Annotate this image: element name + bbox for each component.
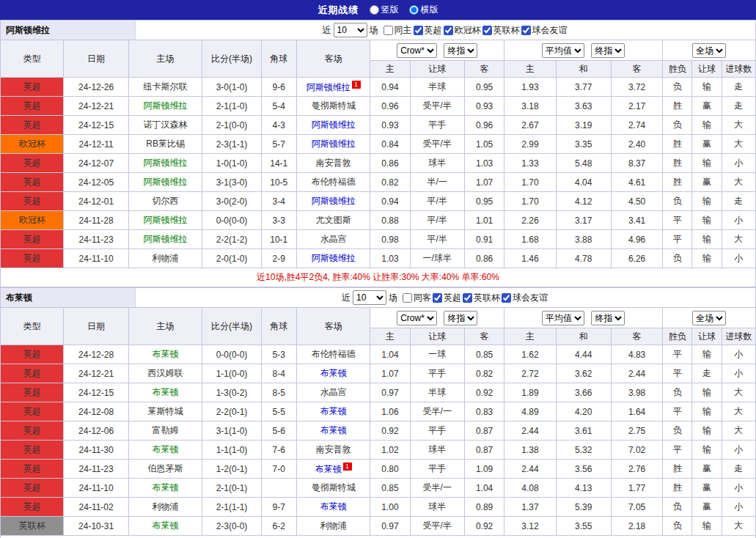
team-name: 南安普敦 <box>316 158 351 168</box>
filter-label: 英联杯 <box>493 24 520 37</box>
eu-source-select[interactable]: 平均值 <box>542 43 584 58</box>
league-badge: 英联杯 <box>1 517 64 536</box>
filter-label: 球会友谊 <box>513 292 548 304</box>
eu-draw-odds: 3.17 <box>556 211 611 230</box>
result-wdl: 负 <box>663 78 692 97</box>
match-date: 24-12-11 <box>64 135 128 154</box>
ah-away-odds: 0.91 <box>464 230 504 249</box>
red-card-badge: 1 <box>352 81 361 89</box>
section-header: 布莱顿 近 10 场 同客英超英联杯球会友谊 <box>0 287 756 307</box>
col-league-type: 类型 <box>1 308 64 345</box>
layout-option-horizontal[interactable]: 横版 <box>409 4 438 16</box>
ah-away-odds: 0.95 <box>464 78 504 97</box>
filter-checkbox[interactable] <box>502 293 511 303</box>
eu-home-odds: 2.99 <box>504 135 556 154</box>
home-team-cell: 纽卡斯尔联 <box>128 78 202 97</box>
filter-checkbox[interactable] <box>383 26 393 35</box>
match-row: 英超24-12-28布莱顿0-0(0-0)5-3布伦特福德1.04一球0.851… <box>1 345 756 364</box>
filter-checkbox[interactable] <box>444 26 453 35</box>
section-aston-villa: 阿斯顿维拉 近 10 场 同主英超欧冠杯英联杯球会友谊 类型 日期 主场 比 <box>0 20 756 287</box>
result-wdl: 负 <box>663 249 692 268</box>
filter-欧冠杯[interactable]: 欧冠杯 <box>444 24 481 37</box>
layout-option-vertical[interactable]: 竖版 <box>370 4 399 16</box>
filter-label: 同客 <box>414 292 431 304</box>
filter-英超[interactable]: 英超 <box>433 292 461 304</box>
filter-球会友谊[interactable]: 球会友谊 <box>502 292 548 304</box>
away-team-cell: 尤文图斯 <box>296 211 370 230</box>
match-count-select[interactable]: 10 <box>353 290 386 305</box>
away-team-cell: 布莱顿 <box>296 421 370 441</box>
ah-line: 平手 <box>410 116 464 135</box>
home-team-cell: 阿斯顿维拉 <box>128 230 202 249</box>
team-name: 布莱顿 <box>320 406 347 416</box>
league-badge: 英超 <box>1 192 64 211</box>
filter-英联杯[interactable]: 英联杯 <box>482 24 520 37</box>
col-date: 日期 <box>64 308 128 345</box>
filter-同客[interactable]: 同客 <box>403 292 431 304</box>
league-badge: 英超 <box>1 173 64 192</box>
team-name: 纽卡斯尔联 <box>144 81 188 92</box>
result-wdl: 胜 <box>663 479 692 498</box>
eu-away-odds: 7.05 <box>611 498 662 517</box>
filter-checkbox[interactable] <box>463 293 472 303</box>
bookmaker-select[interactable]: Crow* <box>397 311 437 325</box>
filter-同主[interactable]: 同主 <box>383 24 412 37</box>
result-wdl: 负 <box>663 383 692 402</box>
scope-select[interactable]: 全场 <box>692 43 726 58</box>
result-goals: 小 <box>722 345 755 364</box>
ah-away-odds: 0.93 <box>464 97 504 116</box>
filter-label: 英超 <box>425 24 442 37</box>
eu-draw-odds: 5.39 <box>556 498 611 517</box>
team-name: 曼彻斯特城 <box>312 482 356 493</box>
col-goals-result: 进球数 <box>722 328 755 345</box>
filter-checkbox[interactable] <box>403 293 412 303</box>
ah-stage-select[interactable]: 终指 <box>444 311 477 325</box>
ah-odds-controls: Crow* 终指 <box>370 308 504 328</box>
team-name: 布莱顿 <box>153 387 179 397</box>
match-row: 英联杯24-10-31布莱顿2-3(0-0)6-2利物浦0.97受平/半0.92… <box>1 517 756 536</box>
league-badge: 英超 <box>1 421 64 441</box>
match-date: 24-12-05 <box>64 173 128 192</box>
score-cell: 2-0(1-0) <box>202 249 261 268</box>
ah-stage-select[interactable]: 终指 <box>444 43 477 58</box>
eu-away-odds: 1.77 <box>611 479 662 498</box>
away-team-cell: 水晶宫 <box>296 383 370 402</box>
team-name: 布莱顿 <box>153 349 179 359</box>
eu-away-odds: 3.72 <box>611 78 662 97</box>
corners-cell: 7-0 <box>261 460 296 479</box>
corners-cell: 5-7 <box>261 135 296 154</box>
filter-checkbox[interactable] <box>482 26 492 35</box>
match-date: 24-12-21 <box>64 364 128 383</box>
filter-英超[interactable]: 英超 <box>414 24 442 37</box>
match-count-select[interactable]: 10 <box>334 23 367 37</box>
eu-stage-select[interactable]: 终指 <box>591 43 625 58</box>
filter-checkbox[interactable] <box>433 293 442 303</box>
col-ah-home: 主 <box>370 328 410 345</box>
eu-draw-odds: 5.32 <box>556 441 611 460</box>
ah-home-odds: 0.85 <box>370 479 410 498</box>
layout-horizontal-radio[interactable] <box>409 5 419 15</box>
ah-line: 一/球半 <box>410 249 464 268</box>
score-cell: 2-2(0-1) <box>202 402 261 421</box>
eu-odds-controls: 平均值 终指 <box>504 40 663 61</box>
filter-checkbox[interactable] <box>414 26 423 35</box>
eu-away-odds: 2.40 <box>611 135 662 154</box>
bookmaker-select[interactable]: Crow* <box>397 43 437 58</box>
scope-select[interactable]: 全场 <box>692 311 726 325</box>
result-goals: 大 <box>722 230 755 249</box>
col-corners: 角球 <box>261 40 296 78</box>
filter-球会友谊[interactable]: 球会友谊 <box>521 24 568 37</box>
eu-away-odds: 7.02 <box>611 441 662 460</box>
filter-checkbox[interactable] <box>521 26 531 35</box>
score-cell: 3-1(3-0) <box>202 173 261 192</box>
col-score: 比分(半场) <box>202 308 261 345</box>
result-goals: 大 <box>722 116 755 135</box>
eu-source-select[interactable]: 平均值 <box>542 311 584 325</box>
eu-stage-select[interactable]: 终指 <box>591 311 625 325</box>
ah-line: 受平/半 <box>410 135 464 154</box>
layout-vertical-radio[interactable] <box>370 5 379 15</box>
col-result: 胜负 <box>663 328 692 345</box>
result-goals: 大 <box>722 402 755 421</box>
filter-英联杯[interactable]: 英联杯 <box>463 292 500 304</box>
eu-home-odds: 1.46 <box>504 249 556 268</box>
